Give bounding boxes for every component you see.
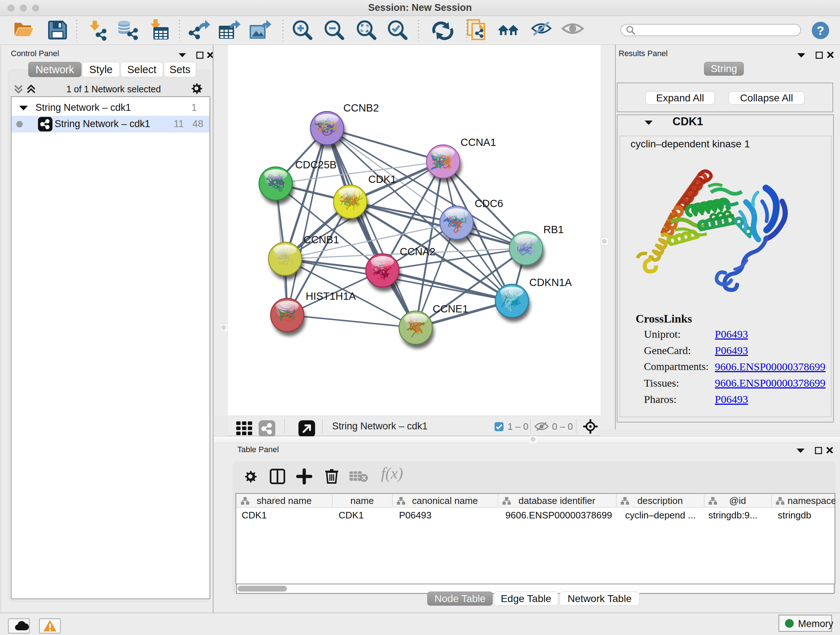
svg-text:CDK1: CDK1	[368, 173, 396, 185]
svg-text:CDC25B: CDC25B	[295, 159, 336, 171]
svg-text:CCNB1: CCNB1	[303, 234, 339, 245]
svg-text:CCNA1: CCNA1	[461, 136, 496, 148]
svg-text:CDKN1A: CDKN1A	[529, 277, 572, 288]
svg-text:CCNA2: CCNA2	[400, 246, 435, 257]
svg-text:RB1: RB1	[543, 224, 564, 235]
svg-text:HIST1H1A: HIST1H1A	[306, 290, 356, 302]
svg-text:CCNB2: CCNB2	[343, 102, 379, 114]
svg-text:CCNE1: CCNE1	[433, 303, 468, 315]
svg-text:CDC6: CDC6	[475, 198, 503, 209]
